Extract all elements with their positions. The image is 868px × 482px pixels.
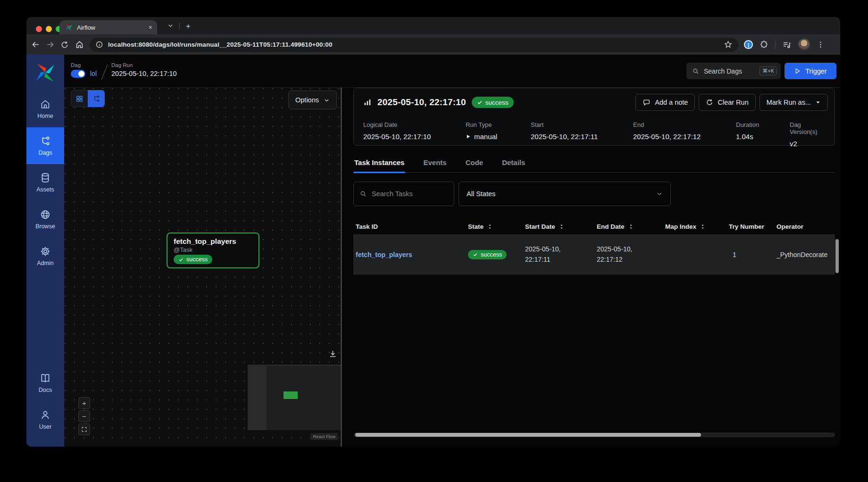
task-instance-row[interactable]: fetch_top_players success 2025-05-10, 22… [353, 234, 835, 274]
meta-label: Run Type [466, 121, 531, 128]
graph-view-button[interactable] [88, 90, 105, 107]
search-tasks-field[interactable] [353, 182, 454, 206]
dag-graph-canvas[interactable]: Options fetch_top_players @Task success [64, 88, 341, 447]
vertical-scrollbar-thumb[interactable] [835, 239, 839, 273]
zoom-out-button[interactable]: − [78, 410, 90, 422]
grid-view-button[interactable] [71, 90, 88, 107]
horizontal-scrollbar-track[interactable] [353, 432, 835, 437]
meta-value: 2025-05-10, 22:17:12 [633, 133, 736, 141]
tab-search-chevron-icon[interactable] [167, 22, 174, 29]
add-note-button[interactable]: Add a note [635, 94, 695, 111]
column-header-task-id[interactable]: Task ID [353, 223, 468, 230]
task-id-link[interactable]: fetch_top_players [356, 251, 412, 258]
row-state-badge: success [468, 250, 507, 259]
forward-icon[interactable] [44, 39, 56, 50]
database-icon [40, 172, 51, 183]
task-table-header: Task ID State Start Date End Date Map In… [353, 218, 835, 234]
person-icon [40, 409, 51, 421]
task-node-fetch-top-players[interactable]: fetch_top_players @Task success [167, 233, 259, 268]
search-dags-input[interactable]: Search Dags ⌘+K [686, 63, 781, 79]
sidebar-item-assets[interactable]: Assets [26, 164, 64, 201]
back-icon[interactable] [30, 39, 41, 50]
column-header-state[interactable]: State [468, 223, 525, 230]
app-header: Dag lol Dag Run 2025-05-10, 22:17:10 [64, 55, 840, 87]
bookmark-star-icon[interactable] [724, 40, 733, 49]
new-tab-button[interactable]: + [186, 22, 191, 31]
sidebar-item-docs[interactable]: Docs [26, 365, 64, 401]
tab-events[interactable]: Events [422, 158, 447, 172]
row-try-number: 1 [729, 251, 776, 258]
row-end-date: 2025-05-10, 22:17:12 [597, 244, 642, 265]
react-flow-attribution[interactable]: React Flow [310, 433, 338, 440]
home-icon [40, 99, 51, 110]
tab-task-instances[interactable]: Task Instances [353, 158, 405, 172]
tab-close-icon[interactable]: × [149, 24, 152, 31]
meta-label: Duration [736, 121, 790, 128]
breadcrumb-slash [101, 65, 108, 80]
sidebar-item-browse[interactable]: Browse [26, 201, 64, 238]
run-chart-icon [363, 98, 372, 107]
sidebar-item-label: Dags [38, 150, 52, 156]
column-header-map-index[interactable]: Map Index [665, 223, 729, 230]
caret-down-icon [815, 100, 821, 105]
zoom-controls: + − [78, 397, 90, 435]
dag-pause-toggle[interactable] [71, 70, 85, 78]
options-label: Options [295, 96, 319, 104]
graph-options-button[interactable]: Options [288, 91, 337, 109]
sort-icon[interactable] [487, 224, 493, 230]
site-info-icon[interactable] [95, 41, 103, 49]
sort-icon[interactable] [559, 224, 565, 230]
home-icon[interactable] [74, 39, 85, 50]
media-queue-icon[interactable] [782, 40, 792, 50]
tab-code[interactable]: Code [465, 158, 484, 172]
chevron-down-icon [324, 97, 330, 103]
fit-view-button[interactable] [78, 424, 90, 435]
column-header-try-number: Try Number [729, 223, 776, 230]
sidebar-item-admin[interactable]: Admin [26, 238, 64, 274]
trigger-button[interactable]: Trigger [785, 63, 836, 79]
search-dags-placeholder: Search Dags [704, 67, 760, 75]
globe-icon [40, 209, 51, 220]
sidebar-item-home[interactable]: Home [26, 91, 64, 127]
dag-name-link[interactable]: lol [90, 70, 97, 77]
browser-toolbar: localhost:8080/dags/lol/runs/manual__202… [26, 34, 840, 55]
search-tasks-input[interactable] [372, 190, 442, 198]
url-bar[interactable]: localhost:8080/dags/lol/runs/manual__202… [90, 38, 738, 52]
tab-separator [179, 23, 180, 29]
task-filters: All States [353, 182, 835, 206]
browser-tab[interactable]: Airflow × [59, 20, 157, 34]
close-window-button[interactable] [36, 26, 42, 32]
run-details-pane: 2025-05-10, 22:17:10 success Add a note [342, 88, 840, 447]
sidebar-item-user[interactable]: User [26, 401, 64, 438]
extensions-puzzle-icon[interactable] [760, 40, 768, 49]
dag-run-label: Dag Run [111, 62, 177, 68]
book-icon [40, 373, 51, 384]
horizontal-scrollbar-thumb[interactable] [355, 433, 701, 437]
menu-dots-icon[interactable] [817, 41, 825, 49]
password-manager-icon[interactable]: | [744, 40, 753, 49]
profile-avatar[interactable] [798, 39, 810, 50]
column-header-operator: Operator [776, 223, 835, 230]
reload-icon[interactable] [59, 39, 70, 50]
clear-run-button[interactable]: Clear Run [699, 94, 755, 111]
state-filter-select[interactable]: All States [459, 182, 671, 206]
sort-icon[interactable] [628, 224, 634, 230]
zoom-in-button[interactable]: + [78, 397, 90, 409]
airflow-logo[interactable] [35, 55, 56, 91]
state-filter-value: All States [467, 190, 656, 198]
sort-icon[interactable] [700, 224, 706, 230]
graph-minimap[interactable] [248, 365, 341, 430]
dag-run-value: 2025-05-10, 22:17:10 [111, 70, 177, 77]
download-graph-icon[interactable] [328, 349, 337, 358]
task-node-state-badge: success [174, 255, 212, 264]
run-title: 2025-05-10, 22:17:10 [377, 97, 466, 108]
column-header-end-date[interactable]: End Date [597, 223, 665, 230]
minimize-window-button[interactable] [46, 26, 52, 32]
traffic-lights [36, 26, 62, 32]
sidebar-item-label: Docs [39, 387, 52, 393]
sidebar-item-dags[interactable]: Dags [26, 127, 64, 164]
dag-label: Dag [71, 62, 97, 68]
tab-details[interactable]: Details [501, 158, 526, 172]
mark-run-as-button[interactable]: Mark Run as... [760, 94, 828, 111]
column-header-start-date[interactable]: Start Date [525, 223, 597, 230]
